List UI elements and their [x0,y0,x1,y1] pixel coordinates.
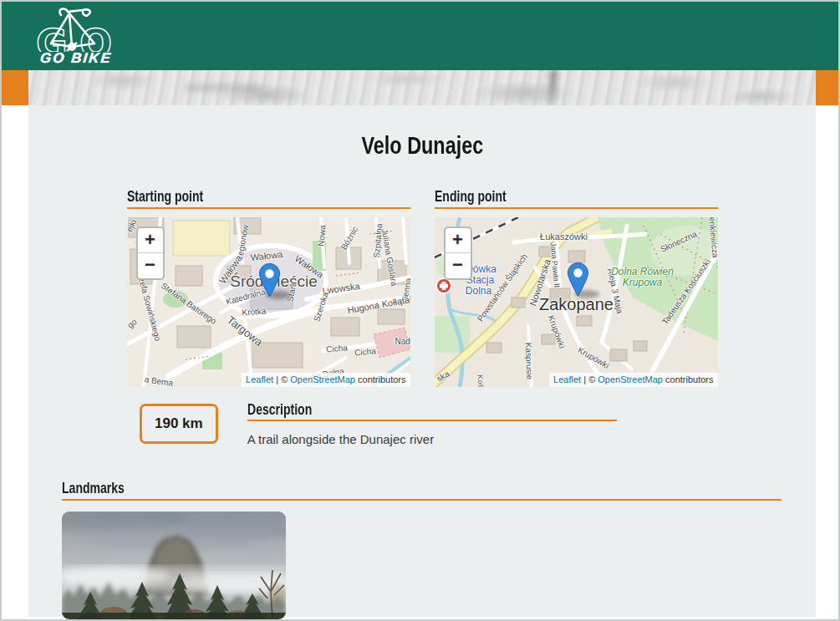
map-label: Cicha [354,346,375,357]
svg-text:G: G [36,21,68,52]
misty-mountain-image [62,512,286,619]
map-label: Dolna Rówień [611,266,674,277]
hospital-icon [435,277,452,294]
svg-text:O: O [79,21,112,52]
map-attribution: Leaflet | © OpenStreetMap contributors [242,373,410,386]
description-section: Description A trail alongside the Dunaje… [247,401,617,447]
logo-wordmark: GO BIKE [37,50,115,67]
landmark-photo [62,512,286,619]
zoom-out-button[interactable]: − [138,253,163,278]
map-label: Nowa [316,224,327,246]
map-label: łówka [471,263,496,275]
banner-orange-right [816,70,838,105]
map-label: Zakopane [539,294,613,313]
osm-link[interactable]: OpenStreetMap [598,374,663,384]
zoom-in-button[interactable]: + [138,228,163,253]
map-label: Koś [476,374,485,387]
ending-point-heading: Ending point [435,188,718,209]
map-label: Kasprusie [523,342,534,379]
starting-point-section: Starting point [127,188,410,387]
map-label: Cicha [325,343,347,354]
banner-orange-left [2,70,28,105]
zoom-control: + − [136,227,165,280]
leaflet-link[interactable]: Leaflet [246,374,273,384]
leaflet-link[interactable]: Leaflet [553,374,581,384]
start-map-marker-icon[interactable] [259,263,280,298]
zoom-control: + − [444,227,472,280]
banner-streak [547,70,557,105]
zoom-in-button[interactable]: + [445,228,471,253]
starting-point-map[interactable]: ŚródmieścieejkiWałowaLegionówNowaBóżnicS… [127,217,410,387]
go-bike-logo[interactable]: G O GO BIKE [33,5,115,69]
map-label: Nadb [395,336,410,345]
map-label: Krótka [242,306,267,317]
ending-point-map[interactable]: ZakopaneŁukaszówkiSłonecznaenkiewiczaPow… [435,217,718,387]
maps-row: Starting point [28,188,816,387]
description-text: A trail alongside the Dunajec river [247,432,617,446]
distance-badge: 190 km [140,404,218,444]
info-row: 190 km Description A trail alongside the… [140,401,816,447]
starting-point-heading: Starting point [127,188,410,209]
app-window: G O GO BIKE Velo Dunajec Starting point [0,0,840,621]
banner-streak-2 [186,84,261,91]
map-label: Krupowa [623,277,662,288]
description-heading: Description [247,401,617,422]
ending-point-section: Ending point [435,188,718,387]
map-label: Łukaszówki [540,232,588,242]
page-title: Velo Dunajec [28,105,816,160]
landmarks-heading: Landmarks [62,480,781,501]
zoom-out-button[interactable]: − [445,253,471,278]
osm-link[interactable]: OpenStreetMap [290,374,355,384]
banner-texture-image [28,70,816,105]
main-content: Velo Dunajec Starting point [28,105,816,617]
header-bar: G O GO BIKE [2,2,838,70]
map-label: Dolna [466,285,491,297]
end-map-marker-icon[interactable] [568,262,588,297]
landmarks-section: Landmarks [62,480,781,619]
hero-banner [2,70,838,105]
bicycle-logo-icon: G O [33,5,115,52]
map-attribution: Leaflet | © OpenStreetMap contributors [549,373,717,386]
